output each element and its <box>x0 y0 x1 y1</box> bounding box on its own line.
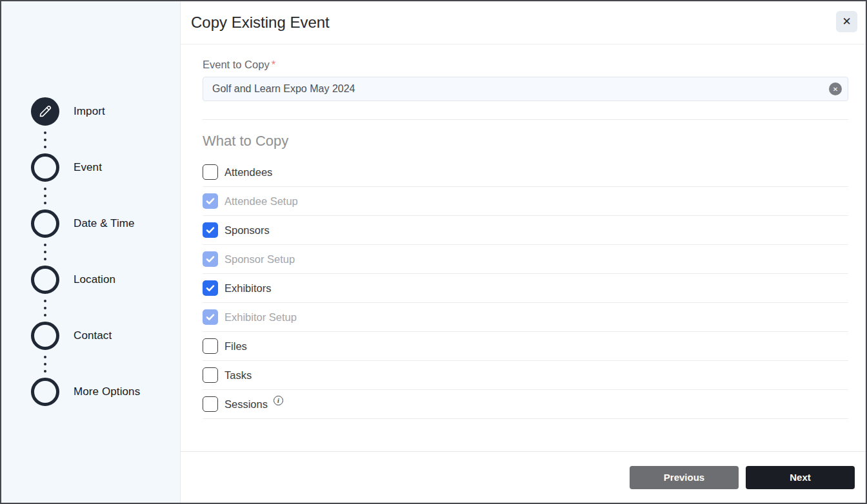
event-to-copy-label-row: Event to Copy * <box>203 59 848 71</box>
checkbox-files[interactable] <box>203 338 218 354</box>
stepper-item-label: More Options <box>74 385 140 398</box>
next-button[interactable]: Next <box>746 466 855 489</box>
option-row-exhibitor-setup: Exhibitor Setup <box>203 303 848 332</box>
option-row-attendee-setup: Attendee Setup <box>203 187 848 216</box>
stepper-item-import[interactable]: Import <box>1 97 180 126</box>
option-row-tasks: Tasks <box>203 361 848 390</box>
option-row-files: Files <box>203 332 848 361</box>
stepper: Import Event Date & Time <box>1 97 180 406</box>
check-icon <box>205 254 215 264</box>
modal-footer: Previous Next <box>181 451 866 503</box>
info-icon[interactable]: i <box>274 396 283 405</box>
option-label: Sessions <box>224 398 268 411</box>
option-label: Exhibitors <box>224 282 271 295</box>
step-circle <box>31 378 59 406</box>
check-icon <box>205 225 215 235</box>
stepper-item-date-time[interactable]: Date & Time <box>1 209 180 238</box>
step-circle <box>31 209 59 238</box>
check-icon <box>205 196 215 206</box>
step-circle <box>31 97 59 126</box>
previous-button[interactable]: Previous <box>630 466 739 489</box>
event-to-copy-label: Event to Copy <box>203 59 270 71</box>
wizard-stepper-sidebar: Import Event Date & Time <box>1 1 181 503</box>
step-circle <box>31 322 59 350</box>
modal-body: Event to Copy * ✕ What to Copy Attendees… <box>181 44 866 451</box>
modal-header: Copy Existing Event ✕ <box>181 1 866 44</box>
stepper-connector-dots <box>31 126 59 153</box>
option-row-sessions: Sessions i <box>203 390 848 419</box>
stepper-item-label: Location <box>74 273 115 286</box>
option-label: Exhibitor Setup <box>224 311 297 324</box>
pencil-icon <box>39 105 52 118</box>
stepper-connector-dots <box>31 350 59 378</box>
option-row-exhibitors: Exhibitors <box>203 274 848 303</box>
option-label: Sponsor Setup <box>224 253 295 266</box>
stepper-item-more-options[interactable]: More Options <box>1 378 180 406</box>
stepper-item-location[interactable]: Location <box>1 266 180 294</box>
stepper-item-event[interactable]: Event <box>1 153 180 182</box>
section-divider <box>203 119 848 120</box>
option-label: Tasks <box>224 369 252 382</box>
checkbox-attendees[interactable] <box>203 164 218 180</box>
event-to-copy-input[interactable] <box>203 77 848 101</box>
close-button[interactable]: ✕ <box>836 11 857 32</box>
checkbox-sponsors[interactable] <box>203 222 218 238</box>
stepper-connector-dots <box>31 238 59 266</box>
option-row-attendees: Attendees <box>203 158 848 187</box>
checkbox-tasks[interactable] <box>203 367 218 383</box>
stepper-connector-dots <box>31 182 59 209</box>
event-to-copy-input-wrap: ✕ <box>203 77 848 101</box>
step-circle <box>31 153 59 182</box>
stepper-item-label: Date & Time <box>74 217 135 230</box>
stepper-item-label: Import <box>74 105 105 118</box>
option-label: Sponsors <box>224 224 270 237</box>
checkbox-sponsor-setup <box>203 251 218 267</box>
required-asterisk: * <box>272 59 275 71</box>
checkbox-attendee-setup <box>203 193 218 209</box>
option-row-sponsor-setup: Sponsor Setup <box>203 245 848 274</box>
checkbox-exhibitor-setup <box>203 309 218 325</box>
stepper-item-contact[interactable]: Contact <box>1 322 180 350</box>
stepper-item-label: Contact <box>74 329 112 342</box>
what-to-copy-heading: What to Copy <box>203 133 848 150</box>
close-icon: ✕ <box>842 15 851 28</box>
clear-input-icon[interactable]: ✕ <box>829 82 842 95</box>
check-icon <box>205 312 215 322</box>
stepper-item-label: Event <box>74 161 102 174</box>
checkbox-sessions[interactable] <box>203 396 218 412</box>
check-icon <box>205 283 215 293</box>
checkbox-exhibitors[interactable] <box>203 280 218 296</box>
option-row-sponsors: Sponsors <box>203 216 848 245</box>
what-to-copy-list: Attendees Attendee Setup Sponsors Sponso… <box>203 158 848 419</box>
step-circle <box>31 266 59 294</box>
option-label: Files <box>224 340 247 353</box>
copy-event-modal: Copy Existing Event ✕ Event to Copy * ✕ … <box>181 1 866 503</box>
stepper-connector-dots <box>31 294 59 322</box>
option-label: Attendees <box>224 166 272 179</box>
modal-title: Copy Existing Event <box>191 14 330 32</box>
option-label: Attendee Setup <box>224 195 298 208</box>
